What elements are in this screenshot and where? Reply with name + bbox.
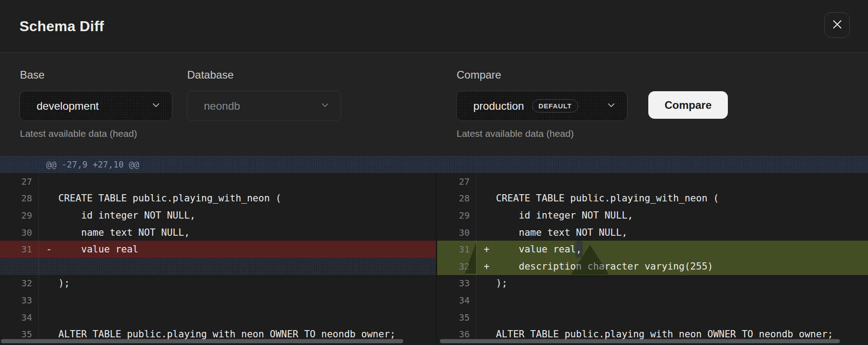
line-number: 27 <box>437 173 476 190</box>
diff-row: 33); <box>437 275 868 292</box>
default-badge: DEFAULT <box>532 99 578 112</box>
diff-marker: - <box>46 244 58 255</box>
code-line <box>476 309 868 326</box>
code-line <box>476 173 868 190</box>
code-line: + value real, <box>476 241 868 258</box>
diff-row: 29 id integer NOT NULL, <box>437 207 868 224</box>
char-diff-highlight: , <box>575 241 583 258</box>
code-line: CREATE TABLE public.playing_with_neon ( <box>476 190 868 207</box>
diff-pane-base: 2728CREATE TABLE public.playing_with_neo… <box>0 173 436 345</box>
line-number: 32 <box>437 258 476 275</box>
line-number: 31 <box>437 241 476 258</box>
diff-marker: + <box>484 261 496 272</box>
diff-row: 28CREATE TABLE public.playing_with_neon … <box>0 190 436 207</box>
diff-marker: + <box>484 244 496 255</box>
code-line: + description character varying(255) <box>476 258 868 275</box>
code-text: ); <box>496 278 507 289</box>
dialog-header: Schema Diff <box>0 0 868 53</box>
code-text: CREATE TABLE public.playing_with_neon ( <box>58 193 281 204</box>
compare-branch-value: production <box>473 100 524 112</box>
close-button[interactable] <box>824 12 850 38</box>
code-text: name text NOT NULL, <box>58 227 190 238</box>
code-text: name text NOT NULL, <box>496 227 627 238</box>
code-text: ALTER TABLE public.playing_with_neon OWN… <box>496 329 833 340</box>
line-number: 32 <box>0 275 39 292</box>
line-number <box>0 258 39 275</box>
chevron-down-icon <box>320 100 330 112</box>
code-line <box>39 292 436 309</box>
base-label: Base <box>20 69 45 81</box>
code-line: ); <box>39 275 436 292</box>
line-number: 30 <box>437 224 476 241</box>
close-icon <box>832 19 843 32</box>
base-data-hint: Latest available data (head) <box>20 128 137 139</box>
diff-row: 34 <box>437 292 868 309</box>
diff-row: 31- value real <box>0 241 436 258</box>
diff-row: 27 <box>0 173 436 190</box>
base-branch-select[interactable]: development <box>19 91 172 121</box>
hunk-header: @@ -27,9 +27,10 @@ <box>0 156 868 173</box>
code-line: - value real <box>39 241 436 258</box>
code-line: CREATE TABLE public.playing_with_neon ( <box>39 190 436 207</box>
code-line <box>39 173 436 190</box>
diff-controls: Base development Latest available data (… <box>0 53 868 156</box>
database-value: neondb <box>204 100 240 112</box>
line-number: 34 <box>437 292 476 309</box>
code-text: CREATE TABLE public.playing_with_neon ( <box>496 193 719 204</box>
line-number: 35 <box>437 309 476 326</box>
code-line: id integer NOT NULL, <box>39 207 436 224</box>
code-line: ); <box>476 275 868 292</box>
diff-row: 32+ description character varying(255) <box>437 258 868 275</box>
code-text: value real <box>58 244 138 255</box>
diff-row: 30 name text NOT NULL, <box>0 224 436 241</box>
line-number: 31 <box>0 241 39 258</box>
diff-row: 35 <box>437 309 868 326</box>
line-number: 27 <box>0 173 39 190</box>
diff-row: 28CREATE TABLE public.playing_with_neon … <box>437 190 868 207</box>
code-text: ); <box>58 278 70 289</box>
code-line <box>39 258 436 275</box>
code-text: ALTER TABLE public.playing_with_neon OWN… <box>58 329 396 340</box>
diff-row: 27 <box>437 173 868 190</box>
code-line: name text NOT NULL, <box>39 224 436 241</box>
database-label: Database <box>187 69 234 81</box>
code-text: id integer NOT NULL, <box>496 210 633 221</box>
code-line: name text NOT NULL, <box>476 224 868 241</box>
line-number: 30 <box>0 224 39 241</box>
schema-diff-dialog: Schema Diff Base development Latest avai… <box>0 0 868 345</box>
line-number: 33 <box>437 275 476 292</box>
database-select[interactable]: neondb <box>187 91 341 121</box>
diff-pane-compare: 2728CREATE TABLE public.playing_with_neo… <box>437 173 868 345</box>
chevron-down-icon <box>151 100 161 112</box>
line-number: 28 <box>0 190 39 207</box>
compare-data-hint: Latest available data (head) <box>457 128 574 139</box>
diff-row: 33 <box>0 292 436 309</box>
code-line <box>476 292 868 309</box>
compare-label: Compare <box>457 69 501 81</box>
diff-row <box>0 258 436 275</box>
line-number: 33 <box>0 292 39 309</box>
diff-row: 29 id integer NOT NULL, <box>0 207 436 224</box>
horizontal-scrollbar-right[interactable] <box>440 339 840 343</box>
code-text: value real <box>496 244 576 255</box>
diff-row: 34 <box>0 309 436 326</box>
line-number: 34 <box>0 309 39 326</box>
code-text: description character varying(255) <box>496 261 713 272</box>
code-line <box>39 309 436 326</box>
line-number: 29 <box>0 207 39 224</box>
diff-row: 31+ value real, <box>437 241 868 258</box>
line-number: 28 <box>437 190 476 207</box>
page-title: Schema Diff <box>19 18 104 35</box>
diff-viewer: @@ -27,9 +27,10 @@ 2728CREATE TABLE publ… <box>0 156 868 345</box>
horizontal-scrollbar-left[interactable] <box>1 339 403 343</box>
compare-button[interactable]: Compare <box>648 91 728 119</box>
diff-row: 32); <box>0 275 436 292</box>
code-line: id integer NOT NULL, <box>476 207 868 224</box>
code-text: id integer NOT NULL, <box>58 210 195 221</box>
base-branch-value: development <box>37 100 99 112</box>
line-number: 29 <box>437 207 476 224</box>
compare-branch-select[interactable]: production DEFAULT <box>456 91 627 121</box>
diff-row: 30 name text NOT NULL, <box>437 224 868 241</box>
chevron-down-icon <box>606 100 616 112</box>
